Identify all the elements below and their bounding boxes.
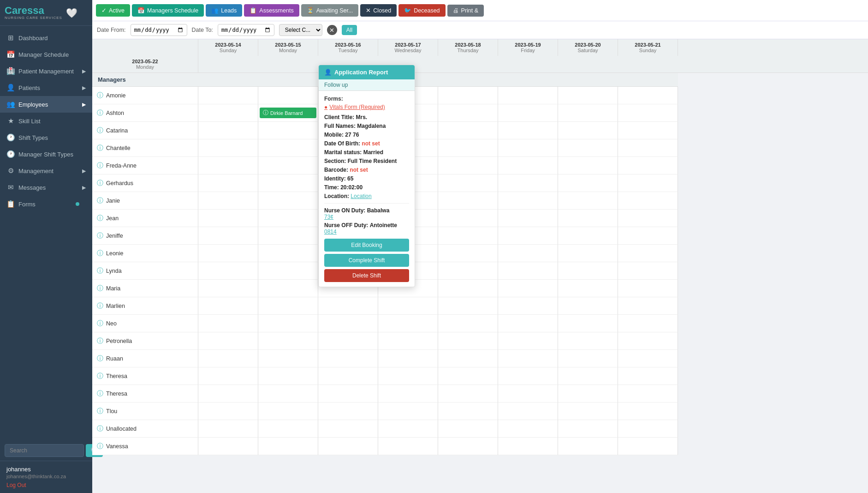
info-icon-1[interactable]: ⓘ (97, 109, 103, 117)
topbar-btn-awaiting-ser-[interactable]: ⏳Awaiting Ser... (301, 4, 359, 17)
grid-cell-15-3[interactable] (378, 350, 438, 367)
grid-cell-7-7[interactable] (618, 210, 678, 227)
grid-cell-4-5[interactable] (498, 157, 558, 174)
grid-cell-17-3[interactable] (378, 385, 438, 403)
info-icon-10[interactable]: ⓘ (97, 267, 103, 275)
grid-cell-8-5[interactable] (498, 227, 558, 245)
delete-shift-button[interactable]: Delete Shift (324, 269, 409, 282)
info-icon-6[interactable]: ⓘ (97, 197, 103, 205)
grid-cell-0-4[interactable] (438, 87, 498, 104)
grid-cell-18-0[interactable] (198, 403, 258, 420)
grid-cell-9-4[interactable] (438, 245, 498, 262)
sidebar-item-manager-shift-types[interactable]: 🕐 Manager Shift Types (0, 146, 92, 162)
grid-cell-17-1[interactable] (258, 385, 318, 403)
grid-cell-20-5[interactable] (498, 438, 558, 455)
grid-cell-7-6[interactable] (558, 210, 618, 227)
sidebar-item-patients[interactable]: 👤 Patients ▶ (0, 79, 92, 96)
grid-cell-4-4[interactable] (438, 157, 498, 174)
info-icon-7[interactable]: ⓘ (97, 214, 103, 222)
topbar-btn-active[interactable]: ✓Active (96, 4, 130, 17)
topbar-btn-deceased[interactable]: 🐦Deceased (398, 4, 445, 17)
grid-cell-19-6[interactable] (558, 420, 618, 438)
grid-cell-16-5[interactable] (498, 367, 558, 385)
grid-cell-18-1[interactable] (258, 403, 318, 420)
grid-cell-10-7[interactable] (618, 262, 678, 280)
grid-cell-6-6[interactable] (558, 192, 618, 210)
grid-cell-12-6[interactable] (558, 297, 618, 315)
info-icon-0[interactable]: ⓘ (97, 91, 103, 100)
grid-cell-2-7[interactable] (618, 122, 678, 139)
grid-cell-16-3[interactable] (378, 367, 438, 385)
grid-cell-17-2[interactable] (318, 385, 378, 403)
grid-cell-18-7[interactable] (618, 403, 678, 420)
grid-cell-0-0[interactable] (198, 87, 258, 104)
info-icon-14[interactable]: ⓘ (97, 337, 103, 345)
grid-cell-18-5[interactable] (498, 403, 558, 420)
grid-cell-16-1[interactable] (258, 367, 318, 385)
grid-cell-2-5[interactable] (498, 122, 558, 139)
grid-cell-1-0[interactable] (198, 104, 258, 122)
grid-cell-15-4[interactable] (438, 350, 498, 367)
grid-cell-2-1[interactable] (258, 122, 318, 139)
popup-forms-link[interactable]: ● Vitals Form (Required) (324, 104, 409, 110)
grid-cell-10-5[interactable] (498, 262, 558, 280)
sidebar-item-dashboard[interactable]: ⊞ Dashboard (0, 30, 92, 46)
search-input[interactable] (5, 444, 84, 457)
grid-cell-7-1[interactable] (258, 210, 318, 227)
popup-location-link[interactable]: Location (351, 193, 371, 199)
grid-cell-12-0[interactable] (198, 297, 258, 315)
grid-cell-17-0[interactable] (198, 385, 258, 403)
grid-cell-14-7[interactable] (618, 332, 678, 350)
sidebar-item-employees[interactable]: 👥 Employees ▶ (0, 96, 92, 113)
grid-cell-7-4[interactable] (438, 210, 498, 227)
grid-cell-10-0[interactable] (198, 262, 258, 280)
grid-cell-5-4[interactable] (438, 174, 498, 192)
grid-cell-9-7[interactable] (618, 245, 678, 262)
grid-cell-0-5[interactable] (498, 87, 558, 104)
grid-cell-1-7[interactable] (618, 104, 678, 122)
grid-cell-14-2[interactable] (318, 332, 378, 350)
grid-cell-14-6[interactable] (558, 332, 618, 350)
grid-cell-18-3[interactable] (378, 403, 438, 420)
sidebar-item-messages[interactable]: ✉ Messages ▶ (0, 179, 92, 196)
grid-cell-18-2[interactable] (318, 403, 378, 420)
grid-cell-13-6[interactable] (558, 315, 618, 332)
sidebar-item-forms[interactable]: 📋 Forms (0, 196, 92, 212)
grid-cell-5-6[interactable] (558, 174, 618, 192)
popup-nurse-on-phone[interactable]: 73¢ (324, 214, 333, 220)
grid-cell-9-5[interactable] (498, 245, 558, 262)
all-button[interactable]: All (342, 25, 357, 35)
grid-cell-4-0[interactable] (198, 157, 258, 174)
grid-cell-0-6[interactable] (558, 87, 618, 104)
grid-cell-13-2[interactable] (318, 315, 378, 332)
info-icon-18[interactable]: ⓘ (97, 407, 103, 415)
grid-cell-1-5[interactable] (498, 104, 558, 122)
grid-cell-13-1[interactable] (258, 315, 318, 332)
grid-cell-13-4[interactable] (438, 315, 498, 332)
info-icon-2[interactable]: ⓘ (97, 126, 103, 135)
grid-cell-9-6[interactable] (558, 245, 618, 262)
grid-cell-5-5[interactable] (498, 174, 558, 192)
info-icon-16[interactable]: ⓘ (97, 372, 103, 380)
select-client[interactable]: Select C... (279, 24, 322, 36)
grid-cell-19-1[interactable] (258, 420, 318, 438)
grid-cell-13-3[interactable] (378, 315, 438, 332)
sidebar-item-shift-types[interactable]: 🕐 Shift Types (0, 129, 92, 146)
grid-cell-15-1[interactable] (258, 350, 318, 367)
date-from-input[interactable] (131, 24, 187, 36)
grid-cell-13-7[interactable] (618, 315, 678, 332)
grid-cell-1-1[interactable]: ⓘDirkie Barnard (258, 104, 318, 122)
grid-cell-6-4[interactable] (438, 192, 498, 210)
grid-cell-9-1[interactable] (258, 245, 318, 262)
sidebar-item-manager-schedule[interactable]: 📅 Manager Schedule (0, 46, 92, 63)
sidebar-item-management[interactable]: ⚙ Management ▶ (0, 162, 92, 179)
grid-cell-1-6[interactable] (558, 104, 618, 122)
close-filter-button[interactable]: ✕ (327, 25, 337, 35)
grid-cell-16-0[interactable] (198, 367, 258, 385)
grid-cell-20-0[interactable] (198, 438, 258, 455)
grid-cell-16-2[interactable] (318, 367, 378, 385)
date-to-input[interactable] (218, 24, 274, 36)
grid-cell-19-2[interactable] (318, 420, 378, 438)
grid-cell-7-0[interactable] (198, 210, 258, 227)
grid-cell-12-4[interactable] (438, 297, 498, 315)
